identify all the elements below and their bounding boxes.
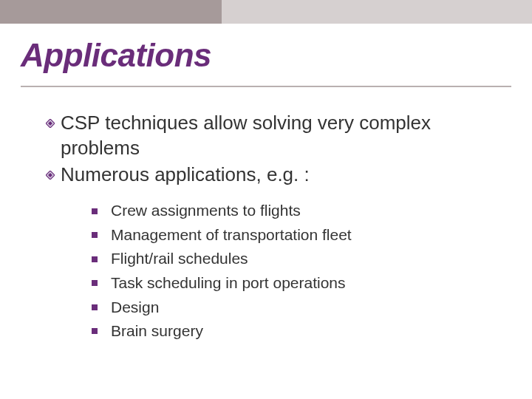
square-bullet-icon (92, 208, 98, 214)
sub-bullet-item: Flight/rail schedules (92, 247, 510, 271)
sub-bullet-text: Brain surgery (111, 319, 203, 344)
slide-title: Applications (21, 37, 211, 74)
sub-bullet-item: Design (92, 296, 510, 320)
sub-bullet-text: Design (111, 296, 159, 320)
slide-content: CSP techniques allow solving very comple… (46, 111, 510, 344)
sub-bullet-text: Flight/rail schedules (111, 247, 248, 271)
sub-bullet-item: Task scheduling in port operations (92, 271, 510, 296)
header-band-light (222, 0, 532, 24)
sub-bullet-item: Management of transportation fleet (92, 223, 510, 248)
diamond-bullet-icon (46, 171, 55, 180)
square-bullet-icon (92, 256, 98, 262)
sub-bullet-item: Brain surgery (92, 319, 510, 344)
sub-bullet-text: Management of transportation fleet (111, 223, 352, 248)
sub-bullet-list: Crew assignments to flights Management o… (92, 199, 510, 343)
sub-bullet-text: Task scheduling in port operations (111, 271, 346, 296)
bullet-item: CSP techniques allow solving very comple… (46, 111, 510, 161)
sub-bullet-text: Crew assignments to flights (111, 199, 301, 223)
bullet-text: CSP techniques allow solving very comple… (61, 111, 510, 161)
square-bullet-icon (92, 232, 98, 238)
square-bullet-icon (92, 280, 98, 286)
bullet-text: Numerous applications, e.g. : (61, 163, 510, 188)
sub-bullet-item: Crew assignments to flights (92, 199, 510, 223)
bullet-item: Numerous applications, e.g. : (46, 163, 510, 188)
header-band (0, 0, 532, 24)
title-underline (21, 86, 511, 87)
header-band-dark (0, 0, 222, 24)
square-bullet-icon (92, 328, 98, 334)
diamond-bullet-icon (46, 119, 55, 128)
square-bullet-icon (92, 304, 98, 310)
